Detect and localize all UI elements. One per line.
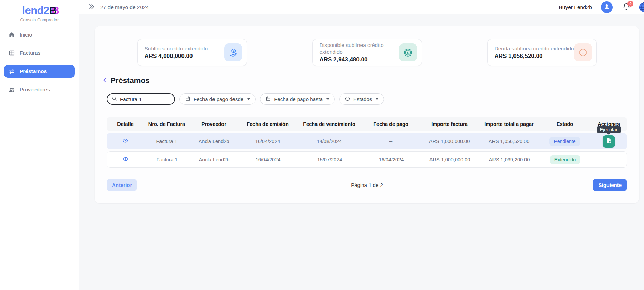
sidebar-item-proveedores[interactable]: Proveedores	[4, 83, 75, 96]
cell-fecha-emision: 16/04/2024	[239, 157, 297, 162]
cell-importe-total: ARS 1,056,520.00	[479, 139, 539, 144]
sidebar-item-label: Proveedores	[20, 87, 50, 93]
card-value: ARS 1,056,520.00	[495, 53, 574, 60]
calendar-icon	[185, 96, 190, 102]
col-detalle: Detalle	[107, 121, 144, 127]
topbar-right: Buyer Lend2b 9	[559, 1, 644, 13]
col-estado: Estado	[539, 121, 590, 127]
file-check-icon	[606, 138, 612, 145]
app-window: lend2BB Consola Comprador Inicio Factura…	[0, 0, 644, 290]
logo-text-blue: lend2	[22, 4, 49, 17]
page-indicator: Página 1 de 2	[351, 182, 383, 188]
card-deuda-sublinea: Deuda sublínea crédito extendido ARS 1,0…	[487, 39, 597, 66]
cell-importe-factura: ARS 1,000,000.00	[420, 139, 479, 144]
logo-text-dark: B	[49, 4, 57, 17]
calendar-icon	[266, 96, 271, 102]
cell-fecha-vencimiento: 14/08/2024	[297, 139, 362, 144]
sidebar-collapse-button[interactable]	[88, 3, 95, 11]
home-icon	[8, 31, 15, 38]
sidebar-nav: Inicio Facturas Préstamos Proveedores	[0, 28, 79, 96]
col-importe-factura: Importe factura	[420, 121, 479, 127]
col-fecha-pago: Fecha de pago	[362, 121, 420, 127]
cell-nro-factura: Factura 1	[144, 157, 190, 162]
card-disponible-sublinea: Disponible sublínea crédito extendido AR…	[312, 39, 422, 66]
eye-icon	[123, 156, 129, 163]
card-sublinea-credito: Sublínea crédito extendido ARS 4,000,000…	[137, 39, 247, 66]
card-label: Deuda sublínea crédito extendido	[495, 45, 574, 52]
next-page-button[interactable]: Siguiente	[593, 179, 627, 191]
cell-nro-factura: Factura 1	[144, 139, 189, 144]
person-icon	[603, 3, 611, 11]
cell-proveedor: Ancla Lend2b	[189, 139, 238, 144]
cell-fecha-pago: 16/04/2024	[362, 157, 420, 162]
coin-circles-icon: $	[399, 43, 417, 61]
previous-page-button[interactable]: Anterior	[107, 179, 137, 191]
content-area: Sublínea crédito extendido ARS 4,000,000…	[79, 14, 644, 290]
svg-text:$: $	[407, 50, 409, 54]
brand-logo: lend2BB	[0, 5, 79, 17]
status-badge: Extendido	[550, 155, 580, 164]
summary-cards: Sublínea crédito extendido ARS 4,000,000…	[95, 26, 639, 66]
card-label: Disponible sublínea crédito extendido	[320, 42, 399, 55]
avatar-button[interactable]	[601, 1, 613, 13]
prestamos-panel: Sublínea crédito extendido ARS 4,000,000…	[95, 26, 639, 203]
sidebar-item-facturas[interactable]: Facturas	[4, 47, 75, 59]
status-circle-icon	[345, 96, 350, 102]
caret-down-icon	[376, 98, 378, 100]
table-header: Detalle Nro. de Factura Proveedor Fecha …	[107, 117, 627, 131]
cell-fecha-pago: --	[362, 139, 420, 144]
filter-states[interactable]: Estados	[339, 93, 384, 105]
filters-row: Fecha de pago desde Fecha de pago hasta	[107, 93, 639, 105]
col-proveedor: Proveedor	[189, 121, 238, 127]
filter-date-to[interactable]: Fecha de pago hasta	[260, 93, 335, 105]
brand: lend2BB Consola Comprador	[0, 5, 79, 22]
eye-icon	[122, 138, 128, 145]
invoices-grid-icon	[8, 50, 15, 56]
suppliers-people-icon	[8, 86, 15, 93]
page-title: Préstamos	[111, 76, 149, 85]
sidebar-item-label: Préstamos	[20, 68, 47, 74]
search-input[interactable]	[120, 96, 166, 102]
page-head: Préstamos	[102, 76, 639, 85]
sidebar-item-prestamos[interactable]: Préstamos	[4, 65, 75, 78]
pagination: Anterior Página 1 de 2 Siguiente	[107, 179, 627, 191]
current-date: 27 de mayo de 2024	[100, 4, 149, 10]
cell-importe-total: ARS 1,039,200.00	[479, 157, 540, 162]
card-label: Sublínea crédito extendido	[145, 45, 208, 52]
execute-button[interactable]	[603, 135, 615, 148]
col-importe-total: Importe total a pagar	[479, 121, 539, 127]
sidebar: lend2BB Consola Comprador Inicio Factura…	[0, 0, 79, 290]
loans-transfer-icon	[8, 68, 15, 75]
tooltip-ejecutar: Ejecutar	[597, 126, 621, 133]
detail-button[interactable]	[123, 156, 129, 163]
status-badge: Pendiente	[549, 137, 580, 146]
cell-proveedor: Ancla Lend2b	[190, 157, 239, 162]
notifications-button[interactable]: 9	[622, 2, 631, 12]
filter-label: Fecha de pago desde	[194, 96, 243, 102]
table-row: Factura 1 Ancla Lend2b 16/04/2024 14/08/…	[107, 133, 627, 149]
filter-label: Fecha de pago hasta	[274, 96, 323, 102]
sidebar-item-label: Inicio	[20, 32, 32, 38]
col-nro-factura: Nro. de Factura	[144, 121, 189, 127]
user-name: Buyer Lend2b	[559, 4, 592, 10]
language-globe-icon[interactable]	[638, 2, 644, 13]
col-fecha-emision: Fecha de emisión	[238, 121, 297, 127]
chevron-left-icon	[102, 77, 108, 84]
svg-text:$: $	[233, 49, 235, 52]
filter-label: Estados	[353, 96, 372, 102]
alert-octagon-icon	[574, 43, 592, 61]
detail-button[interactable]	[122, 138, 128, 145]
filter-date-from[interactable]: Fecha de pago desde	[179, 93, 256, 105]
sidebar-item-label: Facturas	[20, 50, 40, 56]
table-row: Factura 1 Ancla Lend2b 16/04/2024 15/07/…	[107, 151, 627, 168]
cell-importe-factura: ARS 1,000,000.00	[420, 157, 479, 162]
search-icon	[112, 96, 117, 103]
card-value: ARS 2,943,480.00	[320, 56, 399, 63]
search-box[interactable]	[107, 93, 175, 105]
topbar: 27 de mayo de 2024 Buyer Lend2b 9	[79, 0, 644, 14]
sidebar-item-inicio[interactable]: Inicio	[4, 28, 75, 41]
cell-fecha-vencimiento: 15/07/2024	[297, 157, 362, 162]
notification-badge: 9	[627, 1, 633, 7]
back-button[interactable]	[102, 77, 108, 84]
card-value: ARS 4,000,000.00	[145, 53, 208, 60]
